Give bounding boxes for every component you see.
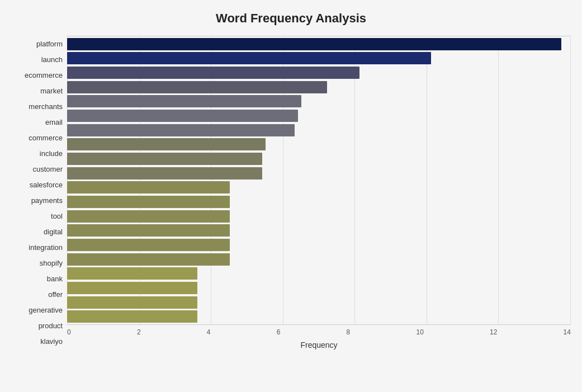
y-label: ecommerce (25, 72, 63, 79)
bar (67, 210, 230, 223)
chart-title: Word Frequency Analysis (11, 11, 571, 26)
bar (67, 181, 230, 193)
y-label: email (45, 119, 63, 126)
y-label: launch (41, 56, 63, 63)
y-label: commerce (29, 134, 63, 141)
bar-row (67, 166, 571, 181)
bar (67, 110, 298, 122)
bar-row (67, 80, 571, 95)
bars-wrapper (67, 36, 571, 325)
y-label: shopify (40, 259, 63, 267)
bar (67, 95, 301, 107)
bar-row (67, 224, 571, 238)
bar-row (67, 152, 571, 166)
bar-row (67, 295, 571, 310)
bar-row (67, 238, 571, 252)
bar (67, 67, 359, 79)
y-label: tool (51, 212, 63, 220)
y-label: salesforce (30, 181, 63, 188)
bar-row (67, 209, 571, 224)
y-label: platform (36, 40, 63, 48)
bar (67, 124, 295, 136)
bar (67, 153, 262, 165)
bar (67, 38, 561, 50)
x-tick: 12 (490, 328, 497, 336)
y-label: payments (31, 197, 63, 204)
bar (67, 81, 327, 93)
bar (67, 282, 197, 294)
x-tick: 4 (207, 328, 211, 336)
y-label: offer (48, 291, 63, 298)
bar-row (67, 252, 571, 267)
bars-area (67, 36, 571, 325)
x-axis: 02468101214 (67, 325, 571, 336)
bar (67, 52, 431, 64)
bar (67, 167, 262, 180)
y-axis: platformlaunchecommercemarketmerchantsem… (11, 36, 67, 350)
bar (67, 296, 197, 309)
bar-row (67, 95, 571, 109)
y-label: merchants (29, 103, 63, 110)
bar-row (67, 138, 571, 152)
x-tick: 6 (277, 328, 281, 336)
bar (67, 239, 230, 251)
bar-row (67, 51, 571, 66)
x-tick: 8 (347, 328, 351, 336)
y-label: klaviyo (40, 338, 63, 345)
bar (67, 224, 230, 237)
bar-row (67, 181, 571, 195)
chart-area: platformlaunchecommercemarketmerchantsem… (11, 36, 571, 350)
y-label: generative (29, 306, 63, 314)
bar-row (67, 267, 571, 281)
bar (67, 310, 197, 323)
y-label: product (39, 322, 63, 329)
bar-row (67, 309, 571, 324)
y-label: market (40, 87, 63, 95)
bar-row (67, 281, 571, 295)
y-label: digital (44, 228, 63, 235)
bar (67, 253, 230, 266)
bar-row (67, 123, 571, 138)
bar-row (67, 108, 571, 123)
x-tick: 2 (137, 328, 141, 336)
bar-row (67, 37, 571, 51)
y-label: bank (47, 275, 63, 282)
bar (67, 196, 230, 208)
chart-container: Word Frequency Analysis platformlaunchec… (0, 0, 582, 392)
bar (67, 267, 197, 280)
y-label: include (40, 150, 63, 157)
x-tick: 14 (564, 328, 571, 336)
x-axis-label: Frequency (67, 341, 571, 350)
bar-row (67, 65, 571, 80)
bar-row (67, 195, 571, 209)
x-tick: 0 (67, 328, 71, 336)
x-tick: 10 (416, 328, 423, 336)
bars-and-x: 02468101214 Frequency (67, 36, 571, 350)
bar (67, 138, 266, 150)
y-label: integration (29, 244, 63, 251)
y-label: customer (33, 166, 63, 173)
